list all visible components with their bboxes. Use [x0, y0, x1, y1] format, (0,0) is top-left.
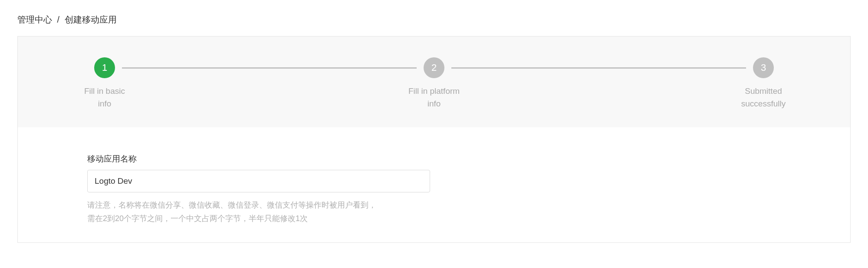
app-name-label: 移动应用名称	[87, 153, 430, 165]
step-2: 2 Fill in platform info	[399, 57, 469, 110]
breadcrumb-separator: /	[57, 15, 60, 24]
step-1-label: Fill in basic info	[84, 85, 125, 110]
step-connector-1-2	[122, 67, 417, 69]
app-name-help: 请注意，名称将在微信分享、微信收藏、微信登录、微信支付等操作时被用户看到， 需在…	[87, 199, 430, 225]
step-1: 1 Fill in basic info	[70, 57, 139, 110]
form-area: 移动应用名称 请注意，名称将在微信分享、微信收藏、微信登录、微信支付等操作时被用…	[18, 127, 850, 242]
breadcrumb-root[interactable]: 管理中心	[17, 15, 52, 24]
breadcrumb-current: 创建移动应用	[65, 15, 117, 24]
stepper: 1 Fill in basic info 2 Fill in platform …	[18, 36, 850, 127]
step-3-label: Submitted successfully	[741, 85, 786, 110]
step-3-circle: 3	[753, 57, 774, 78]
step-1-circle: 1	[94, 57, 115, 78]
step-connector-2-3	[451, 67, 746, 69]
breadcrumb: 管理中心 / 创建移动应用	[0, 0, 868, 36]
step-2-circle: 2	[424, 57, 444, 78]
step-2-label: Fill in platform info	[408, 85, 460, 110]
form-group-app-name: 移动应用名称 请注意，名称将在微信分享、微信收藏、微信登录、微信支付等操作时被用…	[87, 153, 430, 225]
step-3: 3 Submitted successfully	[729, 57, 798, 110]
app-name-input[interactable]	[87, 170, 430, 192]
content-panel: 1 Fill in basic info 2 Fill in platform …	[17, 36, 851, 243]
